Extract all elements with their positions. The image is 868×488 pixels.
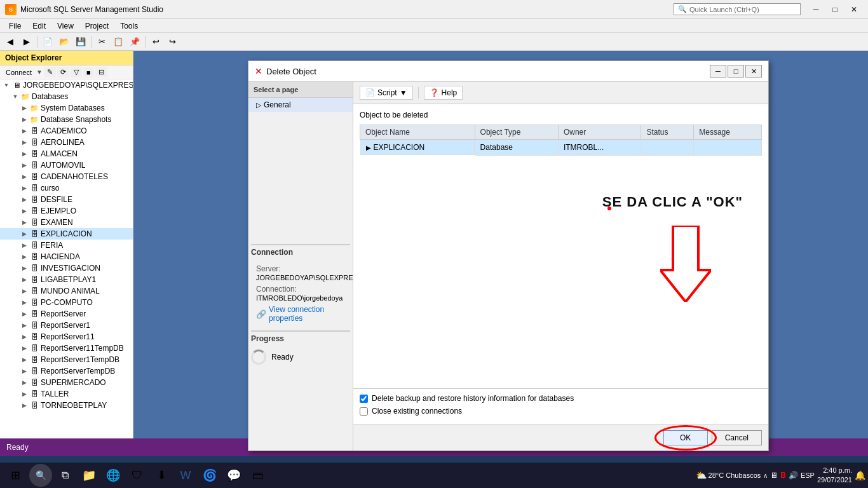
tree-item-rs11tmp[interactable]: ▶ 🗄 ReportServer11TempDB (0, 342, 133, 354)
expand-cadena-icon[interactable]: ▶ (20, 173, 28, 180)
expand-ejemplo-icon[interactable]: ▶ (20, 207, 28, 215)
paste-button[interactable]: 📌 (127, 35, 142, 49)
expand-feria-icon[interactable]: ▶ (20, 241, 28, 249)
tree-item-system-databases[interactable]: ▶ 📁 System Databases (0, 102, 133, 114)
expand-rs11tmp-icon[interactable]: ▶ (20, 344, 28, 352)
tree-item-academico[interactable]: ▶ 🗄 ACADEMICO (0, 125, 133, 137)
copy-button[interactable]: 📋 (111, 35, 126, 49)
tree-item-automovil[interactable]: ▶ 🗄 AUTOMOVIL (0, 159, 133, 171)
tree-item-examen[interactable]: ▶ 🗄 EXAMEN (0, 217, 133, 228)
cancel-button[interactable]: Cancel (712, 430, 762, 445)
taskbar-app-teams[interactable]: 💬 (222, 464, 245, 487)
expand-invest-icon[interactable]: ▶ (20, 264, 28, 272)
tree-item-mundo[interactable]: ▶ 🗄 MUNDO ANIMAL (0, 285, 133, 297)
task-view-button[interactable]: ⧉ (53, 464, 76, 487)
tree-item-rstmp[interactable]: ▶ 🗄 ReportServerTempDB (0, 365, 133, 377)
tree-item-desfile[interactable]: ▶ 🗄 DESFILE (0, 194, 133, 205)
menu-tools[interactable]: Tools (115, 20, 143, 32)
tree-item-explicacion[interactable]: ▶ 🗄 EXPLICACION (0, 228, 133, 240)
expand-academico-icon[interactable]: ▶ (20, 127, 28, 135)
redo-button[interactable]: ↪ (165, 35, 180, 49)
tree-item-db-snapshots[interactable]: ▶ 📁 Database Snapshots (0, 114, 133, 125)
tree-item-torneo[interactable]: ▶ 🗄 TORNEOBETPLAY (0, 400, 133, 411)
expand-aerolinea-icon[interactable]: ▶ (20, 139, 28, 146)
expand-snapshots-icon[interactable]: ▶ (20, 116, 28, 123)
taskbar-app-chrome[interactable]: 🌐 (102, 464, 125, 487)
oe-stop-button[interactable]: ■ (83, 67, 94, 78)
tree-item-supermercado[interactable]: ▶ 🗄 SUPERMERCADO (0, 377, 133, 388)
tree-item-ejemplo[interactable]: ▶ 🗄 EJEMPLO (0, 205, 133, 217)
save-button[interactable]: 💾 (73, 35, 88, 49)
tree-item-rs1tmp[interactable]: ▶ 🗄 ReportServer1TempDB (0, 354, 133, 365)
tree-item-server[interactable]: ▼ 🖥 JORGEBEDOYAP\SQLEXPRESS (0, 79, 133, 91)
tree-item-investigacion[interactable]: ▶ 🗄 INVESTIGACION (0, 262, 133, 274)
tree-item-cadenahoteles[interactable]: ▶ 🗄 CADENAHOTELES (0, 171, 133, 182)
dialog-minimize-button[interactable]: ─ (710, 65, 726, 78)
forward-button[interactable]: ▶ (19, 35, 34, 49)
expand-rs1tmp-icon[interactable]: ▶ (20, 356, 28, 363)
taskbar-search-button[interactable]: 🔍 (29, 464, 52, 487)
back-button[interactable]: ◀ (3, 35, 18, 49)
tree-item-rs11[interactable]: ▶ 🗄 ReportServer11 (0, 331, 133, 342)
maximize-button[interactable]: □ (826, 3, 844, 17)
taskbar-app-sql[interactable]: 🗃 (247, 464, 269, 487)
oe-connect-dropdown[interactable]: ▼ (36, 69, 43, 76)
taskbar-app-edge[interactable]: 🌀 (198, 464, 221, 487)
checkbox-backup[interactable] (360, 395, 368, 403)
taskbar-expand-icon[interactable]: ∧ (763, 472, 768, 479)
quick-launch-input[interactable]: 🔍 Quick Launch (Ctrl+Q) (674, 3, 801, 15)
expand-server-icon[interactable]: ▼ (3, 81, 10, 89)
expand-examen-icon[interactable]: ▶ (20, 219, 28, 226)
ok-button[interactable]: OK (663, 430, 708, 445)
oe-collapse-button[interactable]: ⊟ (95, 67, 107, 78)
close-button[interactable]: ✕ (845, 3, 863, 17)
menu-edit[interactable]: Edit (27, 20, 51, 32)
expand-hacienda-icon[interactable]: ▶ (20, 253, 28, 261)
expand-almacen-icon[interactable]: ▶ (20, 150, 28, 158)
expand-pc-icon[interactable]: ▶ (20, 299, 28, 306)
taskbar-app-explorer[interactable]: 📁 (78, 464, 100, 487)
expand-rs-icon[interactable]: ▶ (20, 310, 28, 318)
tree-item-pc[interactable]: ▶ 🗄 PC-COMPUTO (0, 297, 133, 308)
notification-icon[interactable]: 🔔 (855, 470, 865, 480)
expand-explicacion-icon[interactable]: ▶ (20, 230, 28, 238)
expand-liga-icon[interactable]: ▶ (20, 276, 28, 283)
expand-rstmp-icon[interactable]: ▶ (20, 367, 28, 375)
taskbar-app-download[interactable]: ⬇ (150, 464, 173, 487)
expand-sysdb-icon[interactable]: ▶ (20, 104, 28, 112)
expand-databases-icon[interactable]: ▼ (11, 93, 19, 100)
expand-rs1-icon[interactable]: ▶ (20, 322, 28, 329)
menu-file[interactable]: File (4, 20, 26, 32)
open-button[interactable]: 📂 (57, 35, 72, 49)
expand-torneo-icon[interactable]: ▶ (20, 402, 28, 409)
cut-button[interactable]: ✂ (94, 35, 109, 49)
oe-connect-button[interactable]: Connect (3, 67, 35, 78)
oe-filter-button[interactable]: ▽ (71, 67, 82, 78)
help-button[interactable]: ❓ Help (424, 86, 463, 100)
menu-view[interactable]: View (52, 20, 79, 32)
menu-project[interactable]: Project (80, 20, 114, 32)
tree-item-rs1[interactable]: ▶ 🗄 ReportServer1 (0, 320, 133, 331)
expand-automovil-icon[interactable]: ▶ (20, 161, 28, 169)
oe-refresh-button[interactable]: ⟳ (57, 67, 69, 78)
tree-item-taller[interactable]: ▶ 🗄 TALLER (0, 388, 133, 400)
sidebar-item-general[interactable]: ▷ General (248, 98, 353, 112)
expand-curso-icon[interactable]: ▶ (20, 184, 28, 192)
tree-item-liga[interactable]: ▶ 🗄 LIGABETPLAY1 (0, 274, 133, 285)
dialog-close-button[interactable]: ✕ (745, 65, 762, 78)
tree-item-aerolinea[interactable]: ▶ 🗄 AEROLINEA (0, 137, 133, 148)
start-button[interactable]: ⊞ (3, 464, 28, 487)
minimize-button[interactable]: ─ (807, 3, 825, 17)
expand-taller-icon[interactable]: ▶ (20, 390, 28, 398)
tree-item-almacen[interactable]: ▶ 🗄 ALMACEN (0, 148, 133, 159)
expand-desfile-icon[interactable]: ▶ (20, 196, 28, 203)
checkbox-connections[interactable] (360, 407, 368, 416)
taskbar-clock[interactable]: 2:40 p.m. 29/07/2021 (817, 466, 852, 485)
expand-mundo-icon[interactable]: ▶ (20, 287, 28, 295)
script-button[interactable]: 📄 Script ▼ (360, 86, 413, 100)
oe-new-query-button[interactable]: ✎ (44, 67, 56, 78)
expand-super-icon[interactable]: ▶ (20, 379, 28, 386)
expand-rs11-icon[interactable]: ▶ (20, 333, 28, 341)
dialog-maximize-button[interactable]: □ (728, 65, 744, 78)
tree-item-curso[interactable]: ▶ 🗄 curso (0, 182, 133, 194)
